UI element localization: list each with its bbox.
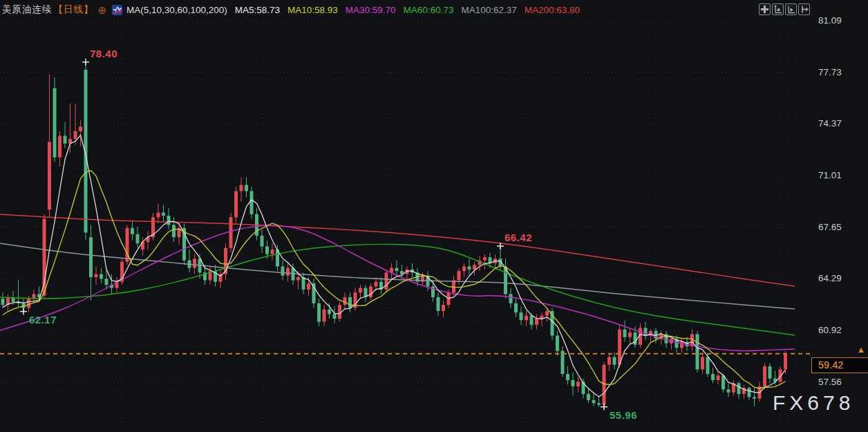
price-annotation-high: 78.40 xyxy=(90,48,117,59)
ma-value-label: MA60:60.73 xyxy=(404,5,454,15)
ma-values: MA5:58.73MA10:58.93MA30:59.70MA60:60.73M… xyxy=(227,5,580,15)
price-annotation-low: 62.17 xyxy=(29,314,57,326)
chart-toolbar xyxy=(759,3,810,15)
price-annotation-low: 55.96 xyxy=(610,409,637,421)
ma-value-label: MA10:58.93 xyxy=(287,5,338,15)
kline-chart-icon[interactable] xyxy=(112,5,122,15)
move-icon[interactable] xyxy=(759,3,771,15)
timeframe-label[interactable]: 【日线】 xyxy=(54,3,94,16)
add-indicator-icon[interactable]: ⊕ xyxy=(98,5,107,15)
axis-tick-label: 57.56 xyxy=(818,377,842,387)
panel-shift-left-icon[interactable] xyxy=(772,3,784,15)
ma-value-label: MA30:59.70 xyxy=(346,5,396,15)
panel-play-icon[interactable] xyxy=(785,3,797,15)
ma-formula-label: MA(5,10,30,60,100,200) xyxy=(126,5,227,15)
chart-header: 美原油连续 【日线】 ⊕ MA(5,10,30,60,100,200) MA5:… xyxy=(0,0,868,19)
axis-tick-label: 74.37 xyxy=(818,118,842,129)
ma-value-label: MA200:63.80 xyxy=(525,5,580,15)
price-annotation-high: 66.42 xyxy=(504,232,532,243)
candlestick-chart-canvas[interactable] xyxy=(0,0,868,432)
panel-shift-right-icon[interactable] xyxy=(798,3,810,15)
ma-value-label: MA5:58.73 xyxy=(235,5,280,15)
axis-tick-label: 64.29 xyxy=(818,273,842,283)
last-price-tag: 59.42 xyxy=(811,357,868,373)
symbol-name: 美原油连续 xyxy=(2,3,53,16)
axis-tick-label: 60.92 xyxy=(818,325,842,335)
axis-tick-label: 77.73 xyxy=(818,67,842,77)
ma-value-label: MA100:62.37 xyxy=(461,5,516,15)
trading-chart-window: 美原油连续 【日线】 ⊕ MA(5,10,30,60,100,200) MA5:… xyxy=(0,0,868,432)
axis-tick-label: 67.65 xyxy=(818,222,842,232)
axis-tick-label: 71.01 xyxy=(818,170,842,180)
price-alert-icon[interactable]: ▲ xyxy=(857,346,865,354)
